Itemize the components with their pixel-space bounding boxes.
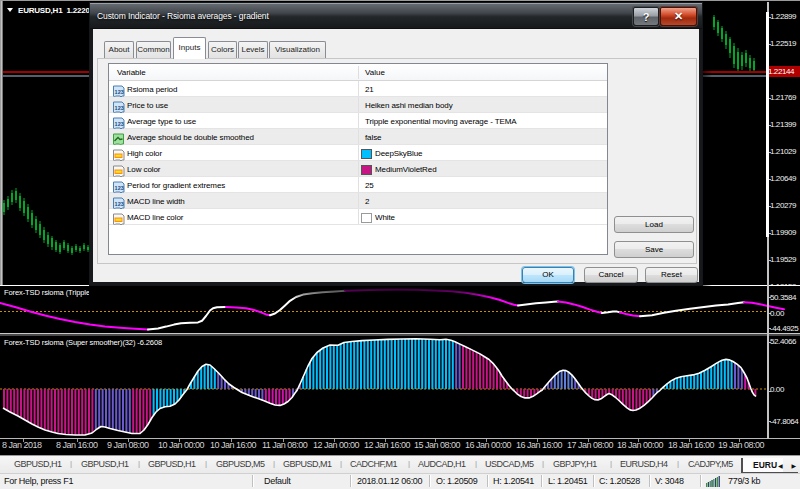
- svg-text:123: 123: [115, 121, 124, 127]
- svg-text:123: 123: [115, 105, 124, 111]
- svg-text:123: 123: [115, 89, 124, 95]
- svg-text:123: 123: [115, 185, 124, 191]
- svg-text:123: 123: [115, 201, 124, 207]
